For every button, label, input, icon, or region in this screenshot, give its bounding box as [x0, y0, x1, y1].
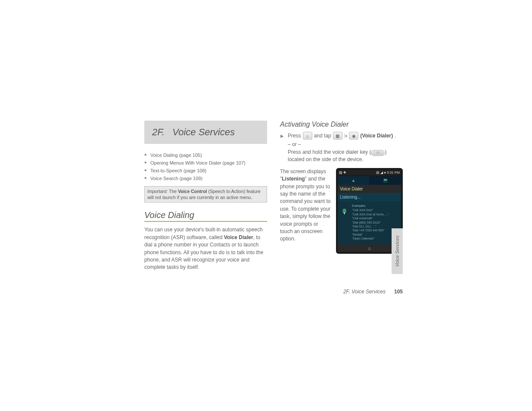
example-line: "Call John Doe at home, ..." — [352, 212, 389, 216]
phone-tab-right: ⬒ — [370, 176, 401, 185]
phone-listening-label: Listening... — [338, 193, 401, 201]
section-number: 2F. — [152, 127, 165, 137]
voice-dialing-heading: Voice Dialing — [144, 210, 267, 220]
phone-app-title: Voice Dialer — [338, 185, 401, 193]
example-line: "Dial +44 7333 444 555" — [352, 228, 389, 232]
side-key-icon: ⬭ — [371, 150, 385, 156]
section-title: Voice Services — [172, 127, 235, 137]
phone-tabs: ▲ ⬒ — [338, 176, 401, 185]
important-label: Important: — [147, 189, 168, 194]
important-text-pre: The — [169, 189, 178, 194]
footer-section: 2F. Voice Services — [343, 289, 386, 295]
page-footer: 2F. Voice Services 105 — [271, 289, 403, 295]
toc-item[interactable]: Text-to-Speech (page 108) — [144, 168, 267, 173]
status-right-icons: ▤ ◢ ● 5:31 PM — [376, 171, 400, 174]
step-dot: . — [395, 133, 396, 139]
phone-statusbar: ▧ ✚ ▤ ◢ ● 5:31 PM — [338, 170, 401, 175]
step-arrow-icon: ▶ — [280, 134, 284, 138]
voice-dialer-app-icon: ◉ — [349, 132, 358, 140]
toc-item[interactable]: Voice Dialing (page 105) — [144, 153, 267, 158]
examples-heading: Examples: — [352, 204, 389, 208]
microphone-icon: 🎙 — [340, 204, 349, 241]
step-row-1: ▶ Press ⌂ and tap ▦ > ◉ (Voice Dialer). — [280, 132, 403, 140]
greater-than: > — [344, 133, 348, 139]
toc-item[interactable]: Opening Menus With Voice Dialer (page 10… — [144, 160, 267, 165]
alt-step: Press and hold the voice dialer key (⬭) … — [288, 149, 403, 164]
example-line: "Open Calendar" — [352, 237, 389, 240]
or-separator: – or – — [288, 141, 403, 147]
side-tab-label: Voice Services — [395, 236, 400, 267]
phone-tab-left: ▲ — [338, 176, 370, 185]
side-tab: Voice Services — [392, 228, 403, 274]
activating-description: The screen displays "Listening" and the … — [280, 168, 332, 243]
example-line: "Dial 911, 811, ..." — [352, 224, 389, 228]
toc-item[interactable]: Voice Search (page 109) — [144, 176, 267, 181]
home-key-icon: ⌂ — [303, 132, 312, 140]
example-line: "Dial (866) 555 0123" — [352, 221, 389, 224]
example-line: "Call voicemail" — [352, 216, 389, 220]
status-left-icons: ▧ ✚ — [339, 171, 346, 174]
voice-dialer-label: (Voice Dialer) — [360, 133, 393, 139]
table-of-contents: Voice Dialing (page 105) Opening Menus W… — [144, 153, 267, 181]
press-text: Press — [288, 133, 301, 139]
important-text-bold: Voice Control — [178, 189, 207, 194]
important-note: Important: The Voice Control (Speech to … — [144, 186, 267, 202]
voice-dialing-paragraph: You can use your device's built-in autom… — [144, 226, 267, 271]
example-line: "Redial" — [352, 233, 389, 237]
and-tap-text: and tap — [314, 133, 331, 139]
footer-page-number: 105 — [394, 289, 403, 295]
example-line: "Call John Doe" — [352, 208, 389, 212]
section-header: 2F. Voice Services — [144, 121, 267, 144]
phone-examples: Examples: "Call John Doe" "Call John Doe… — [352, 204, 389, 241]
activating-heading: Activating Voice Dialer — [280, 121, 403, 128]
apps-grid-icon: ▦ — [333, 132, 342, 140]
